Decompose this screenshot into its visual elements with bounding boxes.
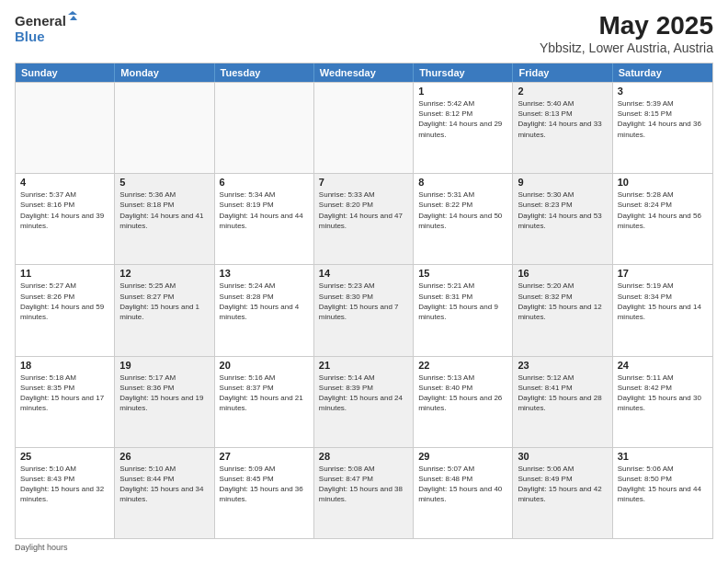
day-number-23: 23 (518, 360, 607, 371)
day-info-13: Sunrise: 5:24 AMSunset: 8:28 PMDaylight:… (220, 281, 309, 322)
day-number-3: 3 (618, 86, 708, 97)
day-number-29: 29 (418, 451, 507, 462)
svg-marker-2 (68, 11, 77, 15)
day-info-12: Sunrise: 5:25 AMSunset: 8:27 PMDaylight:… (119, 281, 209, 322)
empty-cell-w0-d1 (115, 83, 214, 173)
week-row-4: 18Sunrise: 5:18 AMSunset: 8:35 PMDayligh… (16, 356, 712, 447)
day-info-24: Sunrise: 5:11 AMSunset: 8:42 PMDaylight:… (618, 373, 708, 414)
day-number-18: 18 (20, 360, 109, 371)
day-cell-24: 24Sunrise: 5:11 AMSunset: 8:42 PMDayligh… (613, 357, 712, 447)
day-info-16: Sunrise: 5:20 AMSunset: 8:32 PMDaylight:… (518, 281, 607, 322)
day-cell-26: 26Sunrise: 5:10 AMSunset: 8:44 PMDayligh… (115, 448, 214, 538)
week-row-2: 4Sunrise: 5:37 AMSunset: 8:16 PMDaylight… (16, 173, 712, 264)
header-cell-sunday: Sunday (16, 63, 115, 82)
day-number-22: 22 (418, 360, 507, 371)
calendar-header-row: SundayMondayTuesdayWednesdayThursdayFrid… (16, 63, 712, 82)
day-info-31: Sunrise: 5:06 AMSunset: 8:50 PMDaylight:… (618, 464, 708, 505)
day-cell-31: 31Sunrise: 5:06 AMSunset: 8:50 PMDayligh… (613, 448, 712, 538)
day-info-19: Sunrise: 5:17 AMSunset: 8:36 PMDaylight:… (119, 373, 209, 414)
day-number-28: 28 (319, 451, 408, 462)
day-number-8: 8 (418, 177, 507, 188)
header-cell-thursday: Thursday (414, 63, 513, 82)
day-number-31: 31 (618, 451, 708, 462)
day-number-12: 12 (119, 268, 209, 279)
day-info-3: Sunrise: 5:39 AMSunset: 8:15 PMDaylight:… (618, 98, 708, 140)
subtitle: Ybbsitz, Lower Austria, Austria (540, 40, 713, 55)
day-cell-22: 22Sunrise: 5:13 AMSunset: 8:40 PMDayligh… (414, 357, 513, 447)
day-info-25: Sunrise: 5:10 AMSunset: 8:43 PMDaylight:… (20, 464, 109, 505)
day-cell-12: 12Sunrise: 5:25 AMSunset: 8:27 PMDayligh… (115, 265, 214, 355)
footer-note: Daylight hours (15, 543, 713, 552)
day-number-16: 16 (518, 268, 607, 279)
day-number-30: 30 (518, 451, 607, 462)
svg-text:Blue: Blue (15, 29, 45, 44)
header-cell-saturday: Saturday (613, 63, 712, 82)
day-info-4: Sunrise: 5:37 AMSunset: 8:16 PMDaylight:… (20, 190, 109, 231)
day-info-7: Sunrise: 5:33 AMSunset: 8:20 PMDaylight:… (319, 190, 408, 231)
day-cell-17: 17Sunrise: 5:19 AMSunset: 8:34 PMDayligh… (613, 265, 712, 355)
day-number-14: 14 (319, 268, 408, 279)
day-cell-23: 23Sunrise: 5:12 AMSunset: 8:41 PMDayligh… (513, 357, 612, 447)
title-block: May 2025 Ybbsitz, Lower Austria, Austria (540, 11, 713, 55)
day-info-22: Sunrise: 5:13 AMSunset: 8:40 PMDaylight:… (418, 373, 507, 414)
day-cell-29: 29Sunrise: 5:07 AMSunset: 8:48 PMDayligh… (414, 448, 513, 538)
day-number-13: 13 (220, 268, 309, 279)
day-info-28: Sunrise: 5:08 AMSunset: 8:47 PMDaylight:… (319, 464, 408, 505)
day-info-10: Sunrise: 5:28 AMSunset: 8:24 PMDaylight:… (618, 190, 708, 231)
day-info-8: Sunrise: 5:31 AMSunset: 8:22 PMDaylight:… (418, 190, 507, 231)
day-info-21: Sunrise: 5:14 AMSunset: 8:39 PMDaylight:… (319, 373, 408, 414)
day-cell-27: 27Sunrise: 5:09 AMSunset: 8:45 PMDayligh… (215, 448, 314, 538)
day-cell-28: 28Sunrise: 5:08 AMSunset: 8:47 PMDayligh… (314, 448, 414, 538)
day-number-4: 4 (20, 177, 109, 188)
day-number-6: 6 (220, 177, 309, 188)
day-number-10: 10 (618, 177, 708, 188)
day-cell-1: 1Sunrise: 5:42 AMSunset: 8:12 PMDaylight… (414, 83, 513, 173)
day-cell-7: 7Sunrise: 5:33 AMSunset: 8:20 PMDaylight… (314, 174, 414, 264)
day-number-1: 1 (418, 86, 507, 97)
week-row-1: 1Sunrise: 5:42 AMSunset: 8:12 PMDaylight… (16, 82, 712, 173)
svg-text:General: General (15, 13, 66, 29)
day-cell-9: 9Sunrise: 5:30 AMSunset: 8:23 PMDaylight… (513, 174, 612, 264)
day-info-2: Sunrise: 5:40 AMSunset: 8:13 PMDaylight:… (518, 98, 607, 140)
day-number-21: 21 (319, 360, 408, 371)
calendar: SundayMondayTuesdayWednesdayThursdayFrid… (15, 63, 713, 539)
day-info-11: Sunrise: 5:27 AMSunset: 8:26 PMDaylight:… (20, 281, 109, 322)
day-number-7: 7 (319, 177, 408, 188)
day-number-20: 20 (220, 360, 309, 371)
logo-svg: General Blue (15, 11, 79, 44)
day-cell-30: 30Sunrise: 5:06 AMSunset: 8:49 PMDayligh… (513, 448, 612, 538)
header: General Blue May 2025 Ybbsitz, Lower Aus… (15, 11, 713, 55)
day-info-5: Sunrise: 5:36 AMSunset: 8:18 PMDaylight:… (119, 190, 209, 231)
day-info-20: Sunrise: 5:16 AMSunset: 8:37 PMDaylight:… (220, 373, 309, 414)
day-cell-3: 3Sunrise: 5:39 AMSunset: 8:15 PMDaylight… (613, 83, 712, 173)
calendar-body: 1Sunrise: 5:42 AMSunset: 8:12 PMDaylight… (16, 82, 712, 538)
header-cell-friday: Friday (513, 63, 612, 82)
day-info-15: Sunrise: 5:21 AMSunset: 8:31 PMDaylight:… (418, 281, 507, 322)
empty-cell-w0-d0 (16, 83, 115, 173)
day-number-9: 9 (518, 177, 607, 188)
day-cell-14: 14Sunrise: 5:23 AMSunset: 8:30 PMDayligh… (314, 265, 414, 355)
day-cell-6: 6Sunrise: 5:34 AMSunset: 8:19 PMDaylight… (215, 174, 314, 264)
week-row-3: 11Sunrise: 5:27 AMSunset: 8:26 PMDayligh… (16, 264, 712, 355)
main-title: May 2025 (540, 11, 713, 40)
day-cell-2: 2Sunrise: 5:40 AMSunset: 8:13 PMDaylight… (513, 83, 612, 173)
day-number-11: 11 (20, 268, 109, 279)
day-info-27: Sunrise: 5:09 AMSunset: 8:45 PMDaylight:… (220, 464, 309, 505)
day-info-18: Sunrise: 5:18 AMSunset: 8:35 PMDaylight:… (20, 373, 109, 414)
day-info-26: Sunrise: 5:10 AMSunset: 8:44 PMDaylight:… (119, 464, 209, 505)
day-cell-18: 18Sunrise: 5:18 AMSunset: 8:35 PMDayligh… (16, 357, 115, 447)
day-number-26: 26 (119, 451, 209, 462)
page: General Blue May 2025 Ybbsitz, Lower Aus… (0, 0, 728, 563)
day-info-23: Sunrise: 5:12 AMSunset: 8:41 PMDaylight:… (518, 373, 607, 414)
svg-marker-3 (70, 16, 77, 20)
empty-cell-w0-d2 (215, 83, 314, 173)
logo: General Blue (15, 11, 79, 44)
day-cell-8: 8Sunrise: 5:31 AMSunset: 8:22 PMDaylight… (414, 174, 513, 264)
day-info-6: Sunrise: 5:34 AMSunset: 8:19 PMDaylight:… (220, 190, 309, 231)
day-cell-20: 20Sunrise: 5:16 AMSunset: 8:37 PMDayligh… (215, 357, 314, 447)
day-info-30: Sunrise: 5:06 AMSunset: 8:49 PMDaylight:… (518, 464, 607, 505)
day-number-19: 19 (119, 360, 209, 371)
day-cell-10: 10Sunrise: 5:28 AMSunset: 8:24 PMDayligh… (613, 174, 712, 264)
day-cell-25: 25Sunrise: 5:10 AMSunset: 8:43 PMDayligh… (16, 448, 115, 538)
empty-cell-w0-d3 (314, 83, 414, 173)
